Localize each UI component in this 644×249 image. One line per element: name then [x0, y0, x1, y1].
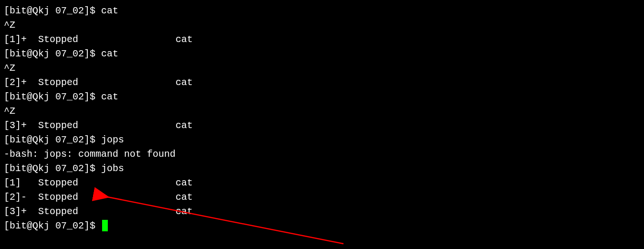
terminal-line: [3]+ Stopped cat	[4, 205, 640, 219]
terminal-line: [1] Stopped cat	[4, 176, 640, 190]
terminal-line: [3]+ Stopped cat	[4, 119, 640, 133]
terminal-line: [bit@Qkj 07_02]$ cat	[4, 90, 640, 104]
terminal-line: ^Z	[4, 104, 640, 119]
terminal-prompt-line[interactable]: [bit@Qkj 07_02]$	[4, 219, 640, 233]
terminal-line: [2]+ Stopped cat	[4, 76, 640, 90]
terminal-line: [bit@Qkj 07_02]$ jops	[4, 133, 640, 147]
terminal-line: ^Z	[4, 61, 640, 76]
terminal-line: [bit@Qkj 07_02]$ cat	[4, 4, 640, 18]
terminal-line: [2]- Stopped cat	[4, 190, 640, 205]
terminal-output[interactable]: [bit@Qkj 07_02]$ cat ^Z [1]+ Stopped cat…	[4, 4, 640, 233]
terminal-line: ^Z	[4, 18, 640, 32]
terminal-line: -bash: jops: command not found	[4, 147, 640, 162]
cursor-block	[102, 220, 108, 231]
prompt-text: [bit@Qkj 07_02]$	[4, 220, 101, 231]
terminal-line: [bit@Qkj 07_02]$ cat	[4, 47, 640, 61]
terminal-line: [bit@Qkj 07_02]$ jobs	[4, 162, 640, 176]
terminal-line: [1]+ Stopped cat	[4, 32, 640, 47]
